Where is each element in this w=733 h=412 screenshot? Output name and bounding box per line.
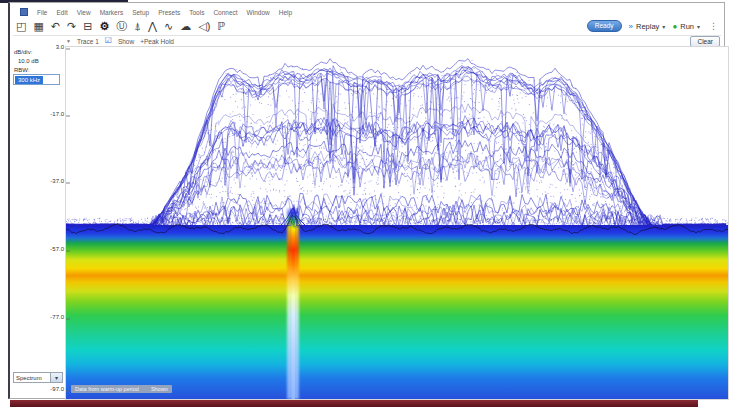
- menu-edit[interactable]: Edit: [56, 9, 67, 16]
- acquisition-status-overlay: Data from warm-up period Shown: [71, 385, 172, 393]
- display-view-selector[interactable]: Spectrum ▾: [13, 372, 63, 383]
- redo-icon[interactable]: ↷: [67, 21, 76, 32]
- run-button[interactable]: ● Run ▾: [672, 22, 700, 31]
- y-axis-label-4: -77.0: [36, 314, 64, 320]
- clear-button[interactable]: Clear: [690, 36, 720, 47]
- uncal-indicator-icon[interactable]: Ⓤ: [116, 21, 127, 32]
- menu-bar: File Edit View Markers Setup Presets Too…: [20, 7, 718, 17]
- bottom-window-edge: [10, 400, 698, 407]
- audio-demod-icon[interactable]: ◁): [198, 21, 210, 32]
- y-axis-label-5: -97.0: [36, 386, 64, 392]
- trace-selector[interactable]: Trace 1: [77, 38, 99, 45]
- collapse-caret-icon[interactable]: ▼: [66, 38, 71, 44]
- run-controls: Ready » Replay ▾ ● Run ▾ ⋮: [587, 20, 718, 32]
- replay-label: Replay: [636, 22, 659, 31]
- menu-window[interactable]: Window: [247, 9, 270, 16]
- chevron-down-icon: ▾: [662, 23, 665, 30]
- app-icon: [20, 8, 28, 16]
- status-badge: Ready: [587, 20, 622, 32]
- menu-presets[interactable]: Presets: [158, 9, 180, 16]
- undo-icon[interactable]: ↶: [51, 21, 60, 32]
- menu-connect[interactable]: Connect: [213, 9, 237, 16]
- trace-settings-bar: ▼ Trace 1 ☑ Show +Peak Hold Clear: [66, 36, 720, 46]
- db-per-div-label: dB/div:: [14, 49, 32, 55]
- print-icon[interactable]: ⊟: [83, 21, 92, 32]
- amplitude-icon[interactable]: ☁: [180, 21, 191, 32]
- chevron-down-icon: ▾: [697, 23, 700, 30]
- spectrum-display[interactable]: Data from warm-up period Shown: [65, 46, 729, 400]
- show-checkbox[interactable]: ☑: [105, 37, 112, 45]
- menu-file[interactable]: File: [37, 9, 47, 16]
- peak-search-icon[interactable]: ⋀: [148, 21, 157, 32]
- rbw-input[interactable]: 300 kHz: [13, 74, 60, 85]
- settings-gear-icon[interactable]: ⚙: [99, 21, 109, 32]
- signal-trace-icon[interactable]: ∿: [164, 21, 173, 32]
- menu-setup[interactable]: Setup: [132, 9, 149, 16]
- show-label: Show: [118, 38, 134, 45]
- replay-icon: »: [629, 22, 633, 31]
- main-toolbar: ◰ ▦ ↶ ↷ ⊟ ⚙ Ⓤ ⍋ ⋀ ∿ ☁ ◁) ℙ Ready » Repla…: [13, 17, 721, 36]
- save-icon[interactable]: ▦: [33, 21, 43, 32]
- more-options-icon[interactable]: ⋮: [709, 21, 718, 31]
- y-axis-label-0: 3.0: [36, 44, 64, 50]
- y-axis-label-2: -37.0: [36, 178, 64, 184]
- menu-help[interactable]: Help: [279, 9, 292, 16]
- menu-markers[interactable]: Markers: [100, 9, 123, 16]
- open-file-icon[interactable]: ◰: [16, 21, 26, 32]
- view-selector-value: Spectrum: [13, 372, 51, 383]
- y-axis-label-3: -57.0: [36, 246, 64, 252]
- menu-tools[interactable]: Tools: [189, 9, 204, 16]
- app-window: File Edit View Markers Setup Presets Too…: [8, 2, 725, 399]
- overlay-status-text: Data from warm-up period: [75, 386, 139, 392]
- replay-button[interactable]: » Replay ▾: [629, 22, 666, 31]
- dropdown-arrow-icon[interactable]: ▾: [51, 372, 63, 383]
- run-label: Run: [680, 22, 694, 31]
- overlay-shown-text: Shown: [151, 386, 168, 392]
- db-per-div-value[interactable]: 10.0 dB: [18, 58, 39, 64]
- preset-icon[interactable]: ℙ: [217, 21, 225, 32]
- spectrum-analyzer-icon[interactable]: ⍋: [134, 21, 141, 32]
- rbw-value-selected: 300 kHz: [15, 76, 43, 84]
- rbw-label: RBW:: [14, 67, 30, 73]
- menu-view[interactable]: View: [77, 9, 91, 16]
- trace-function-selector[interactable]: +Peak Hold: [140, 38, 174, 45]
- run-icon: ●: [672, 22, 677, 31]
- y-axis-label-1: -17.0: [36, 111, 64, 117]
